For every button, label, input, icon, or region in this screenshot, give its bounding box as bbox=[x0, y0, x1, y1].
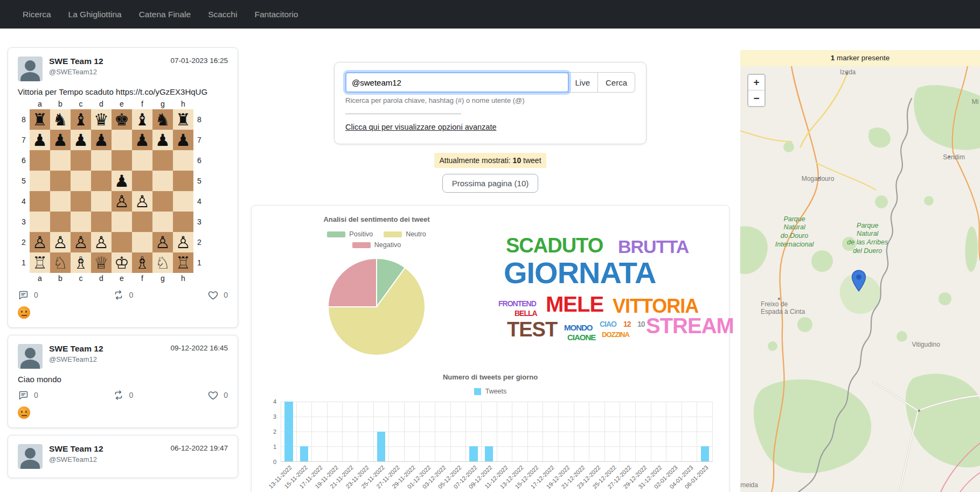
map-label-freixo-de: Freixo de Espada à Cinta bbox=[761, 300, 805, 315]
square-b5 bbox=[50, 171, 71, 191]
sentiment-legend: PositivoNeutroNegativo bbox=[301, 229, 452, 250]
bar-15-11-2022 bbox=[300, 446, 308, 461]
nav-item-scacchi[interactable]: Scacchi bbox=[208, 10, 237, 19]
bar-slot-04-01-2023 bbox=[682, 402, 698, 461]
negativo-swatch bbox=[352, 242, 371, 248]
bar-slot-19-12-2022 bbox=[559, 402, 574, 461]
retweet-action[interactable]: 0 bbox=[113, 389, 134, 401]
board-rank-1: 1♖♘♗♕♔♗♘♖1 bbox=[18, 252, 228, 273]
board-rank-2: 2♙♙♙♙♙♙2 bbox=[18, 232, 228, 252]
sentiment-emoji-neutral bbox=[18, 406, 30, 419]
reply-action[interactable]: 0 bbox=[18, 290, 38, 301]
nav-item-ricerca[interactable]: Ricerca bbox=[23, 10, 51, 19]
square-d1: ♕ bbox=[91, 252, 112, 273]
square-c4 bbox=[71, 191, 91, 212]
square-d4 bbox=[91, 191, 112, 212]
square-e6 bbox=[112, 150, 132, 171]
rank-label-right: 8 bbox=[193, 115, 205, 124]
rank-label-left: 1 bbox=[18, 258, 30, 267]
square-h3 bbox=[173, 212, 193, 232]
emoji-eye bbox=[21, 311, 23, 313]
cloud-word-vittoria: VITTORIA bbox=[613, 297, 698, 315]
tweet-header: SWE Team 12@SWETeam1207-01-2023 16:25 bbox=[18, 57, 228, 81]
map-label-parque: Parque Natural do Douro Internacional bbox=[775, 215, 814, 249]
main-content: Live Cerca Ricerca per parola chiave, ha… bbox=[240, 29, 740, 492]
tweet-card: SWE Team 12@SWETeam1206-12-2022 19:47 bbox=[8, 435, 238, 478]
nav-item-catena-finale[interactable]: Catena Finale bbox=[139, 10, 191, 19]
legend-label: Positivo bbox=[349, 230, 373, 238]
square-b6 bbox=[50, 150, 71, 171]
zoom-in-button[interactable]: + bbox=[748, 75, 764, 90]
bar-slot-03-12-2022 bbox=[435, 402, 451, 461]
square-b8: ♞ bbox=[50, 109, 71, 130]
cloud-word-dozzina: DOZZINA bbox=[602, 332, 629, 338]
nav-item-la-ghigliottina[interactable]: La Ghigliottina bbox=[68, 10, 122, 19]
tweets-per-day-chart: Numero di tweets per giorno Tweets 43210… bbox=[258, 373, 722, 492]
cloud-word-mele: MELE bbox=[546, 294, 603, 314]
avatar-head-shape bbox=[25, 60, 36, 71]
retweet-action[interactable]: 0 bbox=[113, 289, 134, 301]
next-page-button[interactable]: Prossima pagina (10) bbox=[442, 174, 539, 193]
square-a2: ♙ bbox=[30, 232, 50, 252]
map-zoom-control: + − bbox=[747, 74, 766, 107]
advanced-options-link[interactable]: Clicca qui per visualizzare opzioni avan… bbox=[345, 123, 496, 131]
square-g4 bbox=[152, 191, 173, 212]
map-label-sendim: Sendim bbox=[943, 153, 965, 161]
rank-label-right: 7 bbox=[193, 136, 205, 144]
like-action[interactable]: 0 bbox=[207, 290, 228, 301]
results-count-badge: Attualmente mostrati: 10 tweet bbox=[434, 153, 546, 168]
file-label-g: g bbox=[152, 273, 173, 284]
tweet-author-name: SWE Team 12 bbox=[49, 444, 170, 454]
square-g8: ♞ bbox=[152, 109, 173, 130]
tweet-card: SWE Team 12@SWETeam1209-12-2022 16:45Cia… bbox=[8, 335, 238, 428]
square-c1: ♗ bbox=[71, 252, 91, 273]
nav-item-fantacitorio[interactable]: Fantacitorio bbox=[254, 10, 298, 19]
tweet-list: SWE Team 12@SWETeam1207-01-2023 16:25Vit… bbox=[0, 29, 240, 492]
square-h7: ♟ bbox=[173, 130, 193, 150]
tweet-actions: 000 bbox=[18, 389, 228, 401]
square-d5 bbox=[91, 171, 112, 191]
divider bbox=[345, 114, 461, 114]
file-label-b: b bbox=[50, 273, 71, 284]
like-action[interactable]: 0 bbox=[207, 390, 228, 401]
file-label-c: c bbox=[71, 273, 91, 284]
square-g3 bbox=[152, 212, 173, 232]
live-button[interactable]: Live bbox=[567, 72, 598, 93]
board-rank-6: 66 bbox=[18, 150, 228, 171]
square-d7: ♟ bbox=[91, 130, 112, 150]
cloud-word-10: 10 bbox=[637, 321, 645, 328]
square-f6 bbox=[132, 150, 152, 171]
square-a7: ♟ bbox=[30, 130, 50, 150]
avatar-head-shape bbox=[25, 448, 36, 459]
bar-chart-title: Numero di tweets per giorno bbox=[258, 373, 722, 381]
reply-action[interactable]: 0 bbox=[18, 390, 38, 401]
like-count: 0 bbox=[224, 291, 228, 299]
bar-slot-13-12-2022 bbox=[512, 402, 528, 461]
square-e2 bbox=[112, 232, 132, 252]
files-top: abcdefgh bbox=[30, 99, 228, 109]
square-g6 bbox=[152, 150, 173, 171]
emoji-eye bbox=[25, 311, 27, 313]
reply-count: 0 bbox=[34, 291, 38, 299]
chess-board: abcdefgh8♜♞♝♛♚♝♞♜87♟♟♟♟♟♟♟7665♟54♙♙4332♙… bbox=[18, 99, 228, 284]
rank-label-left: 3 bbox=[18, 217, 30, 226]
map-marker-pin[interactable] bbox=[852, 270, 866, 292]
cloud-word-bella: BELLA bbox=[515, 310, 537, 317]
reply-icon bbox=[18, 290, 29, 301]
bar-25-11-2022 bbox=[377, 432, 385, 462]
bar-slot-15-11-2022 bbox=[297, 402, 312, 461]
files-bottom: abcdefgh bbox=[30, 273, 228, 284]
square-f3 bbox=[132, 212, 152, 232]
cerca-button[interactable]: Cerca bbox=[598, 72, 635, 93]
zoom-out-button[interactable]: − bbox=[748, 90, 764, 106]
reply-count: 0 bbox=[34, 391, 38, 399]
search-input[interactable] bbox=[345, 72, 569, 93]
square-h8: ♜ bbox=[173, 109, 193, 130]
rank-label-left: 7 bbox=[18, 136, 30, 144]
map-label-vitigudino: Vitigudino bbox=[912, 341, 940, 348]
map-label-parque: Parque Natural de las Arribes del Duero bbox=[847, 222, 888, 256]
map-canvas[interactable]: + − IzedaMiSendimMogadouroParque Natural… bbox=[740, 66, 980, 492]
search-input-group: Live Cerca bbox=[345, 72, 635, 93]
tweets-legend-label: Tweets bbox=[485, 388, 507, 395]
legend-neutro: Neutro bbox=[384, 230, 426, 238]
